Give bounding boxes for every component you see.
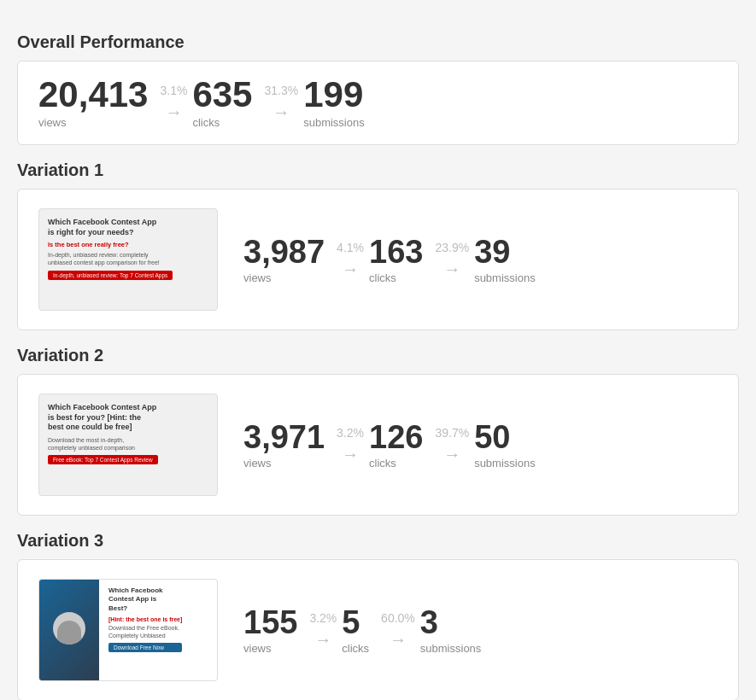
section-title-variation1: Variation 1 — [17, 160, 739, 180]
section-overall: Overall Performance 20,413 views 3.1% → … — [17, 32, 739, 145]
pct1-value: 3.2% — [309, 611, 337, 625]
thumbnail-btn: In-depth, unbiased review: Top 7 Contest… — [48, 271, 173, 280]
arrow-icon-1: → — [165, 102, 182, 122]
stats-row-overall: 20,413 views 3.1% → 635 clicks 31.3% → — [38, 77, 718, 129]
arrow-icon-1: → — [314, 630, 331, 650]
submissions-number: 199 — [303, 77, 363, 113]
variation-thumbnail: Which Facebook Contest Appis best for yo… — [38, 394, 218, 496]
pct2-value: 60.0% — [381, 611, 415, 625]
clicks-number: 635 — [192, 77, 252, 113]
stat-submissions-variation3: 3 submissions — [420, 606, 482, 655]
section-title-variation2: Variation 2 — [17, 346, 739, 365]
arrow-icon-1: → — [342, 260, 359, 279]
pct1-value: 4.1% — [337, 241, 364, 254]
clicks-label: clicks — [192, 116, 220, 129]
thumbnail-body: Download the most in-depth,completely un… — [48, 436, 135, 452]
arrow-icon-2: → — [273, 102, 290, 122]
card-variation3: Which FacebookContest App isBest? [Hint:… — [17, 559, 739, 700]
stat-pct1-overall: 3.1% → — [160, 84, 187, 122]
thumbnail-btn: Download Free Now — [108, 643, 182, 652]
stat-pct1-variation3: 3.2% → — [309, 611, 337, 650]
clicks-number: 5 — [342, 606, 360, 639]
pct2-value: 31.3% — [264, 84, 298, 97]
clicks-label: clicks — [369, 271, 396, 284]
stat-clicks-variation2: 126 clicks — [369, 421, 423, 470]
pct2-value: 23.9% — [435, 241, 469, 254]
thumbnail-subtitle: [Hint: the best one is free] — [108, 616, 182, 622]
pct1-value: 3.2% — [337, 426, 364, 440]
stat-pct2-variation1: 23.9% → — [435, 241, 469, 279]
section-variation1: Variation 1 Which Facebook Contest Appis… — [17, 160, 739, 330]
pct2-value: 39.7% — [435, 426, 469, 440]
stat-views-variation1: 3,987 views — [243, 236, 325, 284]
thumbnail-title: Which Facebook Contest Appis best for yo… — [48, 403, 156, 433]
arrow-icon-1: → — [342, 445, 359, 464]
arrow-icon-2: → — [443, 445, 460, 464]
stat-submissions-variation1: 39 submissions — [474, 236, 536, 284]
stat-clicks-variation1: 163 clicks — [369, 236, 423, 284]
clicks-number: 126 — [369, 421, 423, 453]
section-title-overall: Overall Performance — [17, 32, 739, 52]
views-label: views — [243, 457, 272, 470]
thumbnail-image — [39, 580, 99, 680]
stat-clicks-overall: 635 clicks — [192, 77, 252, 129]
stats-row-variation3: 155 views 3.2% → 5 clicks 60.0% → — [243, 606, 718, 655]
thumbnail-subtitle: Is the best one really free? — [48, 241, 129, 248]
submissions-label: submissions — [474, 271, 536, 284]
views-number: 20,413 — [38, 77, 148, 113]
clicks-label: clicks — [369, 457, 396, 470]
stats-row-variation2: 3,971 views 3.2% → 126 clicks 39.7% → — [243, 421, 718, 470]
views-label: views — [243, 642, 272, 655]
submissions-number: 50 — [474, 421, 510, 453]
stat-views-variation2: 3,971 views — [243, 421, 325, 470]
stat-submissions-overall: 199 submissions — [303, 77, 365, 129]
submissions-number: 3 — [420, 606, 438, 639]
submissions-label: submissions — [420, 642, 482, 655]
stat-pct1-variation1: 4.1% → — [337, 241, 364, 279]
stat-submissions-variation2: 50 submissions — [474, 421, 536, 470]
pct1-value: 3.1% — [160, 84, 187, 97]
stat-views-overall: 20,413 views — [38, 77, 148, 129]
arrow-icon-2: → — [390, 630, 407, 650]
stat-pct2-overall: 31.3% → — [264, 84, 298, 122]
card-variation2: Which Facebook Contest Appis best for yo… — [17, 374, 739, 516]
clicks-number: 163 — [369, 236, 423, 268]
thumbnail-btn: Free eBook: Top 7 Contest Apps Review — [48, 455, 158, 464]
stat-pct1-variation2: 3.2% → — [337, 426, 364, 464]
card-overall: 20,413 views 3.1% → 635 clicks 31.3% → — [17, 61, 739, 145]
section-variation2: Variation 2 Which Facebook Contest Appis… — [17, 346, 739, 516]
views-label: views — [243, 271, 272, 284]
stats-row-variation1: 3,987 views 4.1% → 163 clicks 23.9% → — [243, 236, 718, 284]
views-number: 155 — [243, 606, 297, 639]
thumbnail-body: Download the Free eBook.Completely Unbia… — [108, 624, 182, 639]
stat-views-variation3: 155 views — [243, 606, 297, 655]
views-label: views — [38, 116, 67, 129]
stat-pct2-variation3: 60.0% → — [381, 611, 415, 650]
stat-clicks-variation3: 5 clicks — [342, 606, 369, 655]
views-number: 3,971 — [243, 421, 325, 453]
thumbnail-body: In-depth, unbiased review: completelyunb… — [48, 251, 160, 266]
submissions-label: submissions — [303, 116, 365, 129]
section-variation3: Variation 3 Which FacebookContest App is… — [17, 531, 739, 700]
stat-pct2-variation2: 39.7% → — [435, 426, 469, 464]
arrow-icon-2: → — [443, 260, 460, 279]
section-title-variation3: Variation 3 — [17, 531, 739, 551]
submissions-label: submissions — [474, 457, 536, 470]
clicks-label: clicks — [342, 642, 369, 655]
views-number: 3,987 — [243, 236, 325, 268]
card-variation1: Which Facebook Contest Appis right for y… — [17, 189, 739, 330]
submissions-number: 39 — [474, 236, 510, 268]
thumbnail-title: Which FacebookContest App isBest? — [108, 586, 182, 613]
variation-thumbnail: Which FacebookContest App isBest? [Hint:… — [38, 579, 218, 681]
variation-thumbnail: Which Facebook Contest Appis right for y… — [38, 208, 218, 311]
thumbnail-title: Which Facebook Contest Appis right for y… — [48, 218, 156, 237]
